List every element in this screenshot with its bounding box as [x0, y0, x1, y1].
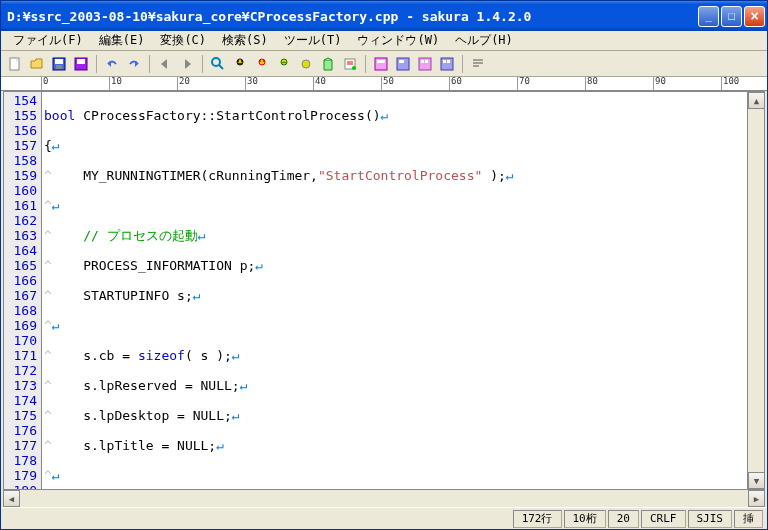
svg-rect-28 — [443, 60, 446, 63]
svg-rect-22 — [397, 58, 409, 70]
menu-search[interactable]: 検索(S) — [214, 30, 276, 51]
window-buttons: _ □ × — [698, 6, 765, 27]
replace-icon[interactable] — [274, 54, 294, 74]
svg-rect-24 — [419, 58, 431, 70]
svg-rect-27 — [441, 58, 453, 70]
status-insert-mode: 挿 — [734, 510, 763, 528]
toolbar-separator — [96, 55, 97, 73]
svg-rect-21 — [377, 60, 385, 63]
scroll-right-icon[interactable]: ▶ — [748, 490, 765, 507]
vertical-scrollbar[interactable]: ▲ ▼ — [747, 92, 764, 489]
svg-point-11 — [259, 59, 265, 65]
status-encoding: SJIS — [688, 510, 733, 528]
open-file-icon[interactable] — [27, 54, 47, 74]
svg-point-12 — [259, 60, 261, 62]
type-config-icon[interactable] — [371, 54, 391, 74]
ruler: 0 10 20 30 40 50 60 70 80 90 100 — [1, 77, 767, 91]
svg-rect-3 — [56, 65, 62, 69]
save-icon[interactable] — [49, 54, 69, 74]
maximize-button[interactable]: □ — [721, 6, 742, 27]
search-next-icon[interactable] — [230, 54, 250, 74]
toolbar-separator — [202, 55, 203, 73]
scroll-down-icon[interactable]: ▼ — [748, 472, 765, 489]
redo-icon[interactable] — [124, 54, 144, 74]
status-line: 172行 — [513, 510, 562, 528]
color-config-icon[interactable] — [415, 54, 435, 74]
grep-icon[interactable] — [318, 54, 338, 74]
svg-point-9 — [237, 60, 239, 62]
search-icon[interactable] — [208, 54, 228, 74]
menu-help[interactable]: ヘルプ(H) — [447, 30, 521, 51]
svg-point-6 — [212, 58, 220, 66]
menu-tool[interactable]: ツール(T) — [276, 30, 350, 51]
scroll-track[interactable] — [748, 109, 764, 472]
svg-rect-23 — [399, 60, 404, 63]
window-title: D:¥ssrc_2003-08-10¥sakura_core¥CProcessF… — [7, 9, 698, 24]
svg-rect-26 — [425, 60, 428, 63]
line-number-gutter: 154155156157 158159160161 162163164165 1… — [4, 92, 42, 489]
svg-point-15 — [302, 60, 310, 68]
wrap-icon[interactable] — [468, 54, 488, 74]
scroll-track[interactable] — [20, 490, 748, 507]
status-sel: 20 — [608, 510, 639, 528]
menubar: ファイル(F) 編集(E) 変換(C) 検索(S) ツール(T) ウィンドウ(W… — [1, 31, 767, 51]
toolbar-separator — [149, 55, 150, 73]
svg-rect-2 — [55, 59, 63, 64]
titlebar: D:¥ssrc_2003-08-10¥sakura_core¥CProcessF… — [1, 1, 767, 31]
status-col: 10桁 — [564, 510, 606, 528]
code-area[interactable]: bool CProcessFactory::StartControlProces… — [42, 92, 747, 489]
outline-icon[interactable] — [340, 54, 360, 74]
menu-convert[interactable]: 変換(C) — [152, 30, 214, 51]
menu-edit[interactable]: 編集(E) — [91, 30, 153, 51]
mark-icon[interactable] — [296, 54, 316, 74]
svg-point-10 — [241, 60, 243, 62]
svg-rect-20 — [375, 58, 387, 70]
minimize-button[interactable]: _ — [698, 6, 719, 27]
svg-rect-25 — [421, 60, 424, 63]
undo-icon[interactable] — [102, 54, 122, 74]
editor-area: 154155156157 158159160161 162163164165 1… — [3, 91, 765, 490]
forward-icon[interactable] — [177, 54, 197, 74]
scroll-left-icon[interactable]: ◀ — [3, 490, 20, 507]
common-config-icon[interactable] — [393, 54, 413, 74]
svg-rect-5 — [77, 59, 85, 64]
svg-point-19 — [352, 66, 356, 70]
font-config-icon[interactable] — [437, 54, 457, 74]
svg-line-7 — [219, 65, 223, 69]
new-file-icon[interactable] — [5, 54, 25, 74]
toolbar — [1, 51, 767, 77]
back-icon[interactable] — [155, 54, 175, 74]
menu-file[interactable]: ファイル(F) — [5, 30, 91, 51]
toolbar-separator — [365, 55, 366, 73]
close-button[interactable]: × — [744, 6, 765, 27]
toolbar-separator — [462, 55, 463, 73]
status-crlf: CRLF — [641, 510, 686, 528]
app-window: D:¥ssrc_2003-08-10¥sakura_core¥CProcessF… — [0, 0, 768, 530]
svg-point-13 — [263, 60, 265, 62]
svg-rect-29 — [447, 60, 450, 63]
scroll-up-icon[interactable]: ▲ — [748, 92, 765, 109]
save-all-icon[interactable] — [71, 54, 91, 74]
horizontal-scrollbar[interactable]: ◀ ▶ — [3, 490, 765, 507]
search-prev-icon[interactable] — [252, 54, 272, 74]
statusbar: 172行 10桁 20 CRLF SJIS 挿 — [1, 507, 767, 529]
menu-window[interactable]: ウィンドウ(W) — [349, 30, 447, 51]
